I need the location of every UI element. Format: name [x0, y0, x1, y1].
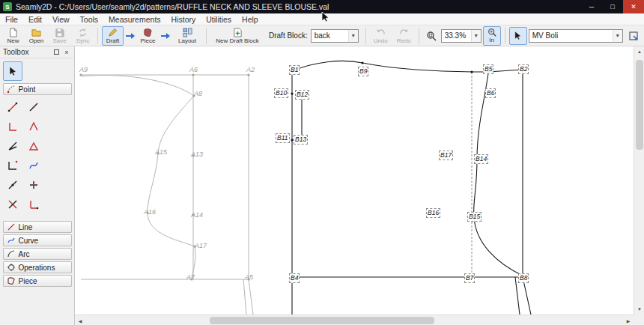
label-font-value: MV Boli — [532, 31, 613, 40]
section-piece-button[interactable]: Piece — [3, 275, 72, 287]
zoom-level-select[interactable]: 33.3% ▼ — [441, 29, 482, 43]
point-intersect-curve-tool[interactable] — [25, 157, 43, 174]
section-operations-button[interactable]: Operations — [3, 261, 72, 273]
close-panel-button[interactable]: × — [62, 48, 71, 57]
pattern-point-label-B10[interactable]: B10 — [274, 88, 288, 98]
scroll-left-icon[interactable]: ◀ — [75, 315, 85, 325]
float-panel-button[interactable] — [52, 48, 61, 57]
minimize-button[interactable]: ─ — [581, 0, 602, 13]
point-along-perpendicular-tool[interactable] — [4, 118, 22, 136]
section-point-button[interactable]: Point — [3, 83, 72, 95]
point-from-x-y-tool[interactable] — [4, 157, 22, 174]
pattern-point-label-B17[interactable]: B17 — [439, 151, 453, 160]
pattern-point-label-B9[interactable]: B9 — [358, 67, 368, 76]
pattern-point-label-B6[interactable]: B6 — [485, 88, 496, 98]
pattern-canvas[interactable]: A9A6A2A8A15A13A16A14A17A7A5B1B9B5B2B10B1… — [75, 46, 634, 315]
open-button[interactable]: Open — [25, 26, 47, 46]
scroll-down-icon[interactable]: ▼ — [634, 304, 644, 315]
draft-block-value: back — [315, 31, 348, 40]
height-point-tool-icon — [28, 198, 40, 210]
scroll-up-icon[interactable]: ▲ — [634, 46, 644, 57]
open-folder-icon — [31, 28, 41, 37]
point-at-distance-angle-tool[interactable] — [4, 98, 22, 116]
pattern-point-label-B14[interactable]: B14 — [474, 154, 488, 164]
midpoint-tool[interactable] — [4, 176, 22, 194]
new-button[interactable]: New — [2, 26, 24, 46]
horizontal-scrollbar[interactable]: ◀ ▶ — [75, 315, 634, 325]
undo-button[interactable]: Undo — [370, 26, 392, 46]
point-along-line-tool-icon — [28, 101, 40, 113]
pattern-point-label-B16[interactable]: B16 — [426, 208, 440, 218]
menu-item-tools[interactable]: Tools — [75, 13, 104, 25]
arrow-pointer-button[interactable] — [509, 27, 527, 45]
point-along-line-tool[interactable] — [25, 98, 43, 116]
maximize-button[interactable]: □ — [602, 0, 623, 13]
curve-section-label: Curve — [19, 237, 39, 245]
layout-mode-button[interactable]: Layout — [172, 26, 202, 46]
pattern-point-label-B1[interactable]: B1 — [289, 65, 300, 75]
section-curve-button[interactable]: Curve — [3, 234, 72, 246]
zoom-fit-button[interactable] — [423, 26, 440, 46]
pattern-point-label-B15[interactable]: B15 — [467, 212, 482, 222]
menu-item-edit[interactable]: Edit — [23, 13, 47, 25]
horizontal-scroll-thumb[interactable] — [210, 317, 434, 324]
layout-grid-icon — [183, 28, 192, 37]
menu-item-file[interactable]: File — [0, 13, 23, 25]
point-on-shoulder-tool[interactable] — [4, 137, 22, 155]
section-line-button[interactable]: Line — [3, 221, 72, 233]
triangle-tool[interactable] — [25, 137, 43, 155]
operations-section-icon — [7, 263, 16, 272]
pattern-point-label-B2[interactable]: B2 — [518, 64, 529, 74]
point-along-bisector-tool[interactable] — [25, 118, 43, 136]
chevron-down-icon: ▼ — [348, 30, 358, 42]
piece-section-icon — [7, 276, 16, 285]
line-section-label: Line — [19, 223, 33, 231]
draft-label: Draft — [106, 37, 119, 44]
vertical-scrollbar[interactable]: ▲ ▼ — [634, 46, 644, 315]
toolbar-separator — [419, 28, 419, 44]
new-draft-block-label: New Draft Block — [216, 37, 258, 44]
point-intersect-axis-tool[interactable] — [25, 176, 43, 194]
select-tool-button[interactable] — [3, 61, 22, 81]
menu-item-history[interactable]: History — [166, 13, 201, 25]
point-along-bisector-tool-icon — [28, 121, 40, 133]
label-font-select[interactable]: MV Boli ▼ — [529, 29, 623, 43]
draft-block-select[interactable]: back ▼ — [311, 29, 359, 43]
pattern-point-label-B5[interactable]: B5 — [483, 64, 493, 74]
zoom-in-icon — [487, 28, 496, 37]
pattern-point-label-B8[interactable]: B8 — [518, 273, 529, 283]
zoom-in-button[interactable]: In — [483, 26, 501, 46]
new-draft-block-button[interactable]: New Draft Block — [210, 26, 264, 46]
piece-mode-button[interactable]: Piece — [137, 26, 159, 46]
menu-item-help[interactable]: Help — [237, 13, 264, 25]
pattern-point-label-B7[interactable]: B7 — [464, 273, 475, 283]
layout-label: Layout — [178, 37, 196, 44]
open-label: Open — [29, 37, 44, 44]
height-point-tool[interactable] — [25, 195, 43, 213]
toolbar-separator — [365, 28, 366, 44]
chevron-down-icon: ▼ — [471, 30, 481, 42]
draft-mode-button[interactable]: Draft — [102, 26, 124, 46]
draft-pencil-icon — [108, 28, 118, 37]
pattern-point-label-B4[interactable]: B4 — [289, 273, 300, 283]
sync-button[interactable]: Sync — [72, 26, 94, 46]
close-button[interactable]: ✕ — [623, 0, 644, 13]
pattern-point-label-B13[interactable]: B13 — [294, 135, 308, 145]
menu-item-view[interactable]: View — [47, 13, 75, 25]
section-arc-button[interactable]: Arc — [3, 248, 72, 260]
zoom-to-selected-button[interactable] — [625, 27, 643, 45]
pattern-drawing — [75, 46, 634, 315]
pattern-point-label-A7: A7 — [186, 273, 195, 282]
redo-button[interactable]: Redo — [393, 26, 415, 46]
menu-item-utilities[interactable]: Utilities — [201, 13, 237, 25]
pattern-point-label-B12[interactable]: B12 — [295, 90, 309, 100]
scroll-right-icon[interactable]: ▶ — [623, 315, 634, 325]
menu-item-measurements[interactable]: Measurements — [103, 13, 165, 25]
pattern-point-label-A17: A17 — [195, 242, 207, 250]
vertical-scroll-thumb[interactable] — [636, 60, 643, 150]
pattern-point-label-B11[interactable]: B11 — [276, 133, 290, 143]
line-intersect-tool[interactable] — [4, 195, 22, 213]
operations-section-label: Operations — [19, 264, 55, 272]
save-button[interactable]: Save — [49, 26, 70, 46]
toolbox-title: Toolbox — [3, 48, 28, 56]
